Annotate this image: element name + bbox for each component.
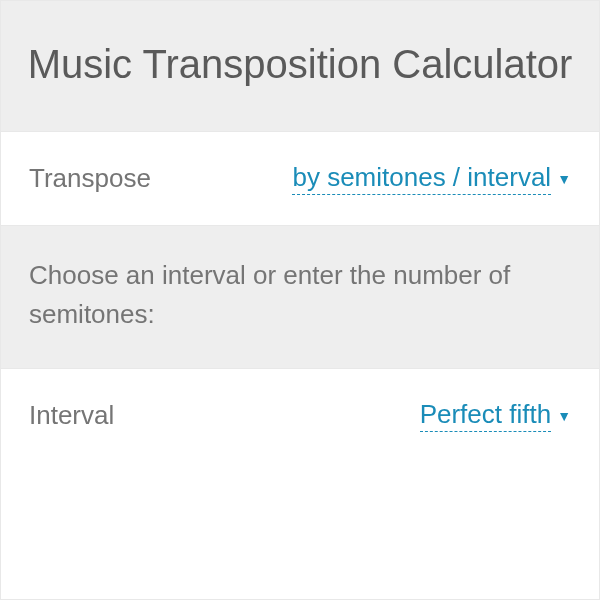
instruction-row: Choose an interval or enter the number o… — [1, 225, 599, 368]
transpose-dropdown[interactable]: by semitones / interval ▼ — [292, 162, 571, 195]
page-title: Music Transposition Calculator — [21, 39, 579, 89]
interval-label: Interval — [29, 400, 114, 431]
interval-dropdown[interactable]: Perfect fifth ▼ — [420, 399, 571, 432]
chevron-down-icon: ▼ — [557, 408, 571, 424]
transpose-value: by semitones / interval — [292, 162, 551, 195]
interval-row: Interval Perfect fifth ▼ — [1, 368, 599, 462]
interval-value: Perfect fifth — [420, 399, 552, 432]
calculator-container: Music Transposition Calculator Transpose… — [0, 0, 600, 600]
transpose-label: Transpose — [29, 163, 151, 194]
chevron-down-icon: ▼ — [557, 171, 571, 187]
header: Music Transposition Calculator — [1, 1, 599, 131]
instruction-text: Choose an interval or enter the number o… — [29, 256, 571, 334]
transpose-row: Transpose by semitones / interval ▼ — [1, 131, 599, 225]
